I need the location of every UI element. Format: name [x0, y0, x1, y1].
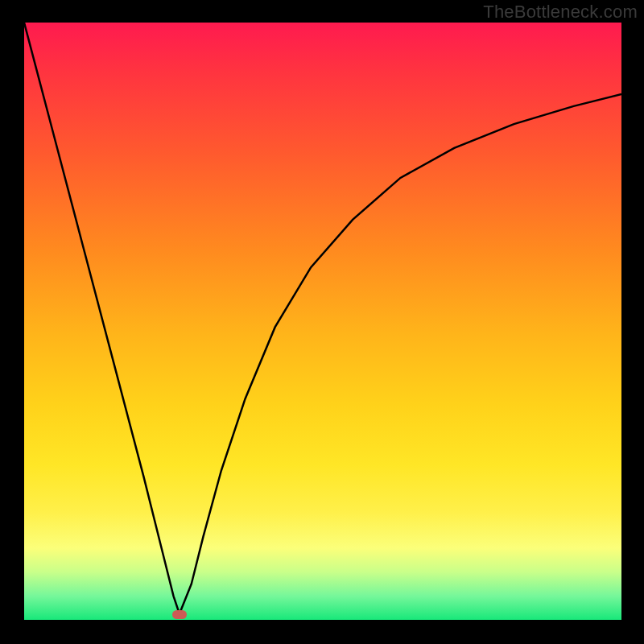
- minimum-marker: [172, 610, 187, 619]
- watermark-text: TheBottleneck.com: [483, 2, 638, 23]
- curve-left-branch: [24, 23, 180, 614]
- chart-frame: TheBottleneck.com: [0, 0, 644, 644]
- curve-svg: [24, 23, 621, 620]
- curve-right-branch: [180, 94, 621, 614]
- plot-area: [24, 23, 621, 620]
